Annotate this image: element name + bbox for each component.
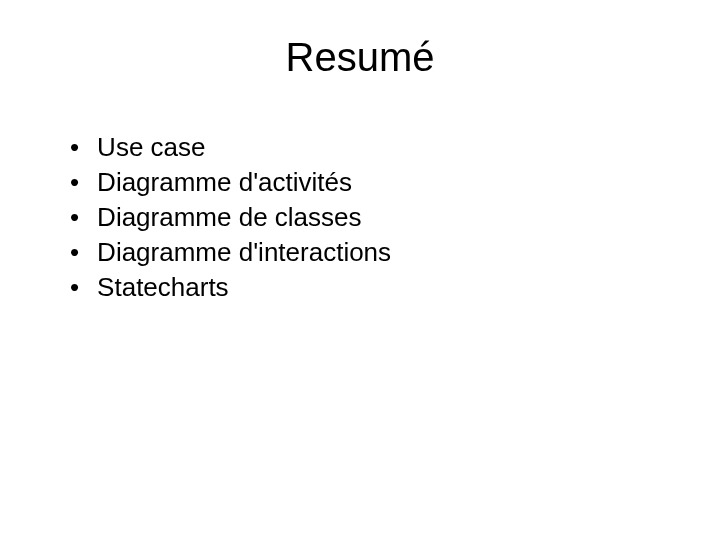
list-item: • Statecharts: [70, 270, 670, 305]
list-item: • Diagramme de classes: [70, 200, 670, 235]
bullet-icon: •: [70, 200, 79, 235]
bullet-icon: •: [70, 235, 79, 270]
bullet-text: Use case: [97, 130, 670, 165]
bullet-text: Diagramme d'interactions: [97, 235, 670, 270]
bullet-icon: •: [70, 270, 79, 305]
list-item: • Diagramme d'interactions: [70, 235, 670, 270]
list-item: • Diagramme d'activités: [70, 165, 670, 200]
bullet-icon: •: [70, 165, 79, 200]
bullet-list: • Use case • Diagramme d'activités • Dia…: [50, 130, 670, 305]
bullet-icon: •: [70, 130, 79, 165]
list-item: • Use case: [70, 130, 670, 165]
slide-title: Resumé: [50, 35, 670, 80]
slide-container: Resumé • Use case • Diagramme d'activité…: [0, 0, 720, 540]
bullet-text: Statecharts: [97, 270, 670, 305]
bullet-text: Diagramme de classes: [97, 200, 670, 235]
bullet-text: Diagramme d'activités: [97, 165, 670, 200]
